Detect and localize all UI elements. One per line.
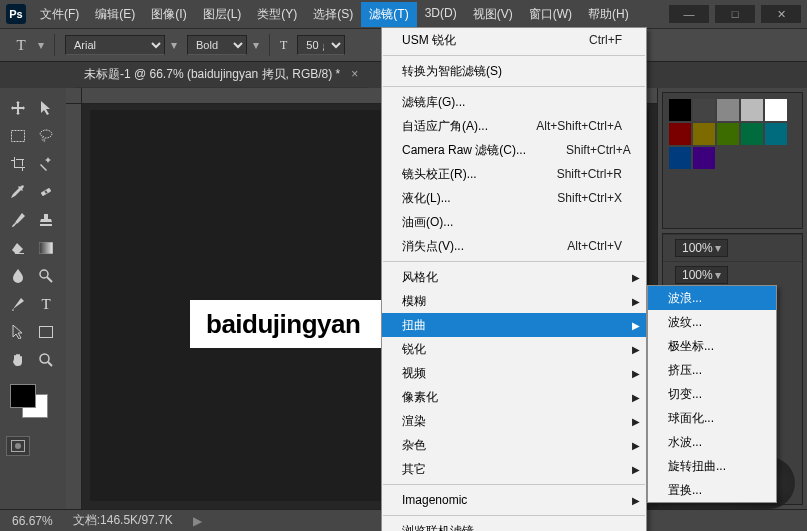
opacity-value[interactable]: 100% (675, 239, 728, 257)
stamp-tool[interactable] (34, 208, 58, 232)
menu-item[interactable]: 3D(D) (417, 2, 465, 27)
menu-item[interactable]: 滤镜(T) (361, 2, 416, 27)
filter-menu-item[interactable]: 渲染▶ (382, 409, 646, 433)
color-swatches[interactable] (6, 382, 60, 426)
menu-item[interactable]: 图像(I) (143, 2, 194, 27)
distort-submenu-item[interactable]: 旋转扭曲... (648, 454, 776, 478)
distort-submenu-item[interactable]: 置换... (648, 478, 776, 502)
filter-menu-item[interactable]: 滤镜库(G)... (382, 90, 646, 114)
eraser-tool[interactable] (6, 236, 30, 260)
filter-menu-item[interactable]: Camera Raw 滤镜(C)...Shift+Ctrl+A (382, 138, 646, 162)
swatch[interactable] (669, 123, 691, 145)
close-button[interactable]: ✕ (761, 5, 801, 23)
filter-menu-item[interactable]: 油画(O)... (382, 210, 646, 234)
document-tab[interactable]: 未标题-1 @ 66.7% (baidujingyan 拷贝, RGB/8) *… (74, 62, 368, 88)
distort-submenu-item[interactable]: 波纹... (648, 310, 776, 334)
swatch[interactable] (669, 99, 691, 121)
filter-menu-item[interactable]: 液化(L)...Shift+Ctrl+X (382, 186, 646, 210)
heal-tool[interactable] (34, 180, 58, 204)
swatch[interactable] (693, 123, 715, 145)
lasso-tool[interactable] (34, 124, 58, 148)
foreground-color[interactable] (10, 384, 36, 408)
distort-submenu-item[interactable]: 切变... (648, 382, 776, 406)
size-icon: T (280, 38, 287, 53)
svg-rect-3 (39, 242, 53, 254)
menu-item[interactable]: 编辑(E) (87, 2, 143, 27)
svg-point-4 (40, 270, 48, 278)
filter-menu-item[interactable]: 扭曲▶ (382, 313, 646, 337)
swatch[interactable] (741, 99, 763, 121)
toolbox: T (0, 88, 66, 509)
text-layer-content: baidujingyan (206, 309, 360, 340)
filter-menu-item[interactable]: 杂色▶ (382, 433, 646, 457)
svg-point-8 (15, 443, 21, 449)
shape-tool[interactable] (34, 320, 58, 344)
menu-item[interactable]: 类型(Y) (249, 2, 305, 27)
filter-menu-item[interactable]: 消失点(V)...Alt+Ctrl+V (382, 234, 646, 258)
menu-item[interactable]: 选择(S) (305, 2, 361, 27)
filter-menu-item[interactable]: 自适应广角(A)...Alt+Shift+Ctrl+A (382, 114, 646, 138)
swatch[interactable] (717, 99, 739, 121)
titlebar: Ps 文件(F)编辑(E)图像(I)图层(L)类型(Y)选择(S)滤镜(T)3D… (0, 0, 807, 28)
move-tool[interactable] (6, 96, 30, 120)
blur-tool[interactable] (6, 264, 30, 288)
fill-value[interactable]: 100% (675, 266, 728, 284)
tool-preset-dropdown[interactable]: ▾ (38, 38, 44, 52)
distort-submenu-item[interactable]: 波浪... (648, 286, 776, 310)
swatch[interactable] (693, 147, 715, 169)
swatch[interactable] (765, 99, 787, 121)
filter-menu-item[interactable]: 其它▶ (382, 457, 646, 481)
menu-item[interactable]: 图层(L) (195, 2, 250, 27)
window-controls: — □ ✕ (669, 5, 801, 23)
filter-menu-item[interactable]: 浏览联机滤镜... (382, 519, 646, 531)
swatch[interactable] (693, 99, 715, 121)
hand-tool[interactable] (6, 348, 30, 372)
filter-menu-item[interactable]: 风格化▶ (382, 265, 646, 289)
menu-item[interactable]: 窗口(W) (521, 2, 580, 27)
font-weight-select[interactable]: Bold (187, 35, 247, 55)
swatch[interactable] (669, 147, 691, 169)
swatch[interactable] (765, 123, 787, 145)
dodge-tool[interactable] (34, 264, 58, 288)
type-tool-icon[interactable]: T (10, 34, 32, 56)
menu-item[interactable]: 帮助(H) (580, 2, 637, 27)
crop-tool[interactable] (6, 152, 30, 176)
filter-menu-item[interactable]: Imagenomic▶ (382, 488, 646, 512)
arrow-tool[interactable] (34, 96, 58, 120)
distort-submenu-item[interactable]: 挤压... (648, 358, 776, 382)
filter-menu-item[interactable]: 镜头校正(R)...Shift+Ctrl+R (382, 162, 646, 186)
swatch[interactable] (741, 123, 763, 145)
type-tool[interactable]: T (34, 292, 58, 316)
filter-menu-item[interactable]: 锐化▶ (382, 337, 646, 361)
filter-menu-item[interactable]: 模糊▶ (382, 289, 646, 313)
distort-submenu-item[interactable]: 水波... (648, 430, 776, 454)
filter-menu-item[interactable]: USM 锐化Ctrl+F (382, 28, 646, 52)
distort-submenu-dropdown: 波浪...波纹...极坐标...挤压...切变...球面化...水波...旋转扭… (647, 285, 777, 503)
maximize-button[interactable]: □ (715, 5, 755, 23)
font-family-select[interactable]: Arial (65, 35, 165, 55)
minimize-button[interactable]: — (669, 5, 709, 23)
menu-item[interactable]: 文件(F) (32, 2, 87, 27)
zoom-tool[interactable] (34, 348, 58, 372)
brush-tool[interactable] (6, 208, 30, 232)
swatches-panel[interactable] (662, 92, 803, 229)
document-tab-close[interactable]: × (351, 67, 358, 81)
doc-info[interactable]: 文档:146.5K/97.7K (73, 512, 173, 529)
ruler-vertical[interactable] (66, 104, 82, 509)
magic-wand-tool[interactable] (34, 152, 58, 176)
swatch[interactable] (717, 123, 739, 145)
filter-menu-item[interactable]: 像素化▶ (382, 385, 646, 409)
eyedropper-tool[interactable] (6, 180, 30, 204)
menu-item[interactable]: 视图(V) (465, 2, 521, 27)
filter-menu-item[interactable]: 转换为智能滤镜(S) (382, 59, 646, 83)
distort-submenu-item[interactable]: 极坐标... (648, 334, 776, 358)
filter-menu-item[interactable]: 视频▶ (382, 361, 646, 385)
pen-tool[interactable] (6, 292, 30, 316)
path-select-tool[interactable] (6, 320, 30, 344)
quickmask-toggle[interactable] (6, 436, 30, 456)
distort-submenu-item[interactable]: 球面化... (648, 406, 776, 430)
marquee-tool[interactable] (6, 124, 30, 148)
gradient-tool[interactable] (34, 236, 58, 260)
font-size-select[interactable]: 50 点 (297, 35, 345, 55)
zoom-level[interactable]: 66.67% (12, 514, 53, 528)
